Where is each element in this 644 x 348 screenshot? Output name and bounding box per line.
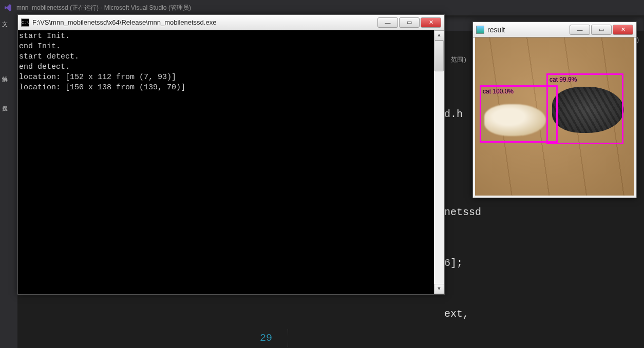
scroll-thumb[interactable] xyxy=(434,41,444,71)
vs-titlebar: mnn_mobilenetssd (正在运行) - Microsoft Visu… xyxy=(0,0,644,15)
detection-label: cat 100.0% xyxy=(483,88,514,95)
maximize-button[interactable]: ▭ xyxy=(591,25,612,35)
sidebar-label: 搜 xyxy=(0,102,17,115)
minimize-button[interactable]: — xyxy=(377,17,398,28)
minimize-button[interactable]: — xyxy=(570,25,590,35)
sidebar-label: 文 xyxy=(0,17,17,31)
close-button[interactable]: ✕ xyxy=(421,17,441,28)
close-button[interactable]: ✕ xyxy=(613,25,633,35)
console-titlebar[interactable]: C:\ F:\VS\mnn_mobilenetssd\x64\Release\m… xyxy=(18,15,444,30)
opencv-icon xyxy=(476,26,484,34)
maximize-button[interactable]: ▭ xyxy=(399,17,420,28)
console-title: F:\VS\mnn_mobilenetssd\x64\Release\mnn_m… xyxy=(32,18,376,26)
console-window[interactable]: C:\ F:\VS\mnn_mobilenetssd\x64\Release\m… xyxy=(17,14,445,295)
line-number: 29 xyxy=(236,330,288,346)
detection-label: cat 99.9% xyxy=(550,76,577,83)
sidebar-label: 解 xyxy=(0,72,17,86)
vs-logo-icon xyxy=(4,4,12,12)
result-window[interactable]: result — ▭ ✕ cat 100.0%cat 99.9% xyxy=(472,22,637,198)
result-image: cat 100.0%cat 99.9% xyxy=(475,37,634,196)
console-icon: C:\ xyxy=(21,18,29,27)
console-output[interactable]: start Init. end Init. start detect. end … xyxy=(18,30,444,294)
vs-window-title: mnn_mobilenetssd (正在运行) - Microsoft Visu… xyxy=(16,4,191,12)
toolbar-label: 范围) xyxy=(451,55,467,64)
result-titlebar[interactable]: result — ▭ ✕ xyxy=(473,22,636,37)
scroll-down-button[interactable]: ▼ xyxy=(434,284,444,294)
result-title: result xyxy=(487,26,569,34)
console-scrollbar[interactable]: ▲ ▼ xyxy=(434,30,444,294)
scroll-up-button[interactable]: ▲ xyxy=(434,30,444,41)
vs-left-sidebar: 文 解 搜 xyxy=(0,15,17,348)
detection-box: cat 99.9% xyxy=(546,73,623,144)
